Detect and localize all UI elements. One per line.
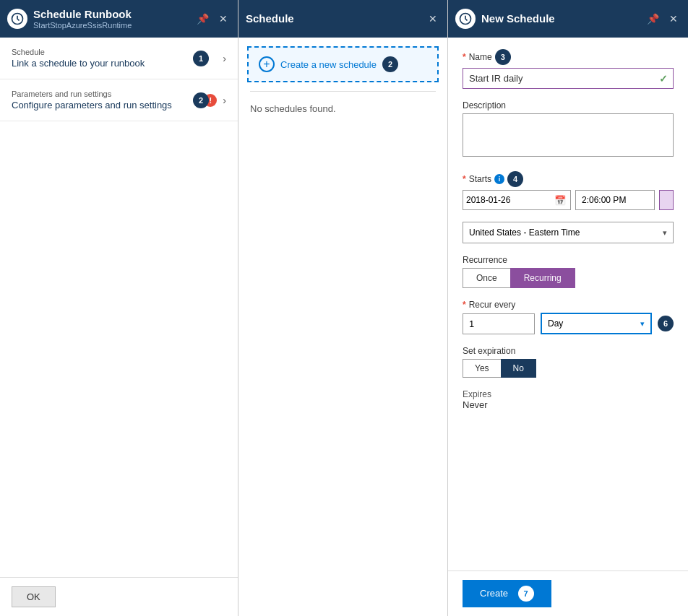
- right-header-actions: 📌 ✕: [644, 12, 681, 26]
- step-badge-4: 4: [507, 171, 523, 187]
- starts-required-star: *: [463, 174, 466, 184]
- timezone-select[interactable]: United States - Eastern Time United Stat…: [463, 222, 673, 243]
- time-picker-trigger[interactable]: [659, 190, 674, 210]
- nav-item-schedule-label: Link a schedule to your runbook: [12, 58, 223, 69]
- nav-item-parameters-label: Configure parameters and run settings: [12, 100, 204, 110]
- starts-label: * Starts i 4: [463, 171, 674, 187]
- step-badge-2: 2: [193, 92, 209, 108]
- nav-item-parameters[interactable]: Parameters and run settings Configure pa…: [0, 79, 238, 121]
- starts-info-icon: i: [494, 174, 504, 184]
- date-input-wrap: 📅: [463, 190, 571, 210]
- timezone-dropdown-wrap: United States - Eastern Time United Stat…: [463, 222, 674, 243]
- once-button[interactable]: Once: [463, 268, 510, 288]
- recur-every-row: Day Week Month Hour ▾ 6: [463, 313, 674, 334]
- recur-every-label-text: Recur every: [469, 300, 516, 310]
- chevron-right-icon-1: ›: [223, 53, 226, 64]
- nav-item-schedule-category: Schedule: [12, 48, 223, 56]
- recur-every-label: * Recur every: [463, 300, 674, 310]
- description-label-text: Description: [463, 100, 506, 110]
- create-new-schedule-button[interactable]: + Create a new schedule 2: [247, 46, 439, 82]
- recurrence-toggle-group: Once Recurring: [463, 268, 674, 288]
- recur-unit-select[interactable]: Day Week Month Hour: [542, 314, 650, 333]
- left-panel-subtitle: StartStopAzureSsisRuntime: [33, 21, 132, 30]
- right-close-button[interactable]: ✕: [666, 12, 681, 26]
- date-input[interactable]: [463, 191, 550, 209]
- set-expiration-toggle-group: Yes No: [463, 359, 674, 378]
- name-input[interactable]: [463, 68, 674, 89]
- recur-required-star: *: [463, 300, 466, 310]
- expires-value: Never: [463, 399, 674, 410]
- left-panel-title-text: Schedule Runbook StartStopAzureSsisRunti…: [33, 8, 132, 30]
- right-panel-title-text: New Schedule: [481, 12, 555, 25]
- left-header-actions: 📌 ✕: [194, 12, 231, 26]
- plus-icon: +: [259, 56, 275, 72]
- description-label: Description: [463, 100, 674, 110]
- expires-label: Expires: [463, 389, 674, 399]
- starts-label-text: Starts: [469, 174, 491, 184]
- left-panel: Schedule Runbook StartStopAzureSsisRunti…: [0, 0, 238, 616]
- description-textarea[interactable]: [463, 113, 674, 157]
- set-expiration-label-text: Set expiration: [463, 346, 515, 356]
- runbook-icon: [7, 9, 27, 29]
- step-badge-3: 3: [495, 49, 511, 65]
- set-expiration-group: Set expiration Yes No: [463, 346, 674, 378]
- description-group: Description: [463, 100, 674, 160]
- left-panel-header: Schedule Runbook StartStopAzureSsisRunti…: [0, 0, 238, 38]
- nav-item-schedule-content: Schedule Link a schedule to your runbook: [12, 48, 223, 69]
- name-required-star: *: [463, 52, 466, 62]
- step-badge-7: 7: [518, 586, 534, 602]
- recurrence-group: Recurrence Once Recurring: [463, 255, 674, 288]
- check-icon: ✓: [659, 73, 668, 84]
- calendar-button[interactable]: 📅: [550, 192, 570, 209]
- name-label: * Name 3: [463, 49, 674, 65]
- chevron-right-icon-2: ›: [223, 95, 226, 106]
- right-panel-title: New Schedule: [481, 12, 555, 25]
- left-panel-footer: OK: [0, 577, 238, 616]
- recur-every-group: * Recur every Day Week Month Hour ▾ 6: [463, 300, 674, 334]
- middle-close-button[interactable]: ✕: [426, 12, 440, 26]
- time-input[interactable]: [575, 190, 655, 210]
- right-panel-header: New Schedule 📌 ✕: [448, 0, 688, 38]
- middle-panel: Schedule ✕ + Create a new schedule 2 No …: [238, 0, 448, 616]
- right-panel: New Schedule 📌 ✕ * Name 3 ✓ Description: [448, 0, 688, 616]
- starts-row: 📅: [463, 190, 674, 210]
- middle-panel-title: Schedule: [246, 12, 294, 25]
- step-badge-1: 1: [193, 51, 209, 66]
- recurrence-label: Recurrence: [463, 255, 674, 265]
- name-label-text: Name: [469, 52, 492, 62]
- nav-item-schedule[interactable]: Schedule Link a schedule to your runbook…: [0, 38, 238, 79]
- recurrence-label-text: Recurrence: [463, 255, 507, 265]
- right-panel-footer: Create 7: [448, 571, 688, 616]
- create-button[interactable]: Create 7: [463, 580, 551, 607]
- new-schedule-form: * Name 3 ✓ Description * Starts i 4: [448, 38, 688, 571]
- starts-group: * Starts i 4 📅: [463, 171, 674, 210]
- ok-button[interactable]: OK: [12, 586, 56, 607]
- middle-header-title-group: Schedule: [246, 12, 294, 25]
- expiration-yes-button[interactable]: Yes: [463, 359, 501, 378]
- name-group: * Name 3 ✓: [463, 49, 674, 89]
- recur-every-input[interactable]: [463, 313, 535, 334]
- no-schedules-text: No schedules found.: [238, 92, 447, 126]
- middle-panel-title-text: Schedule: [246, 12, 294, 25]
- recur-unit-wrap: Day Week Month Hour ▾: [541, 313, 652, 334]
- left-pin-button[interactable]: 📌: [194, 12, 212, 26]
- name-input-wrap: ✓: [463, 68, 674, 89]
- create-button-label: Create: [480, 588, 508, 599]
- new-schedule-icon: [455, 9, 476, 29]
- expiration-no-button[interactable]: No: [501, 359, 536, 378]
- timezone-group: United States - Eastern Time United Stat…: [463, 222, 674, 243]
- step-badge-middle-2: 2: [382, 56, 398, 72]
- expires-group: Expires Never: [463, 389, 674, 410]
- middle-panel-header: Schedule ✕: [238, 0, 447, 38]
- nav-item-parameters-category: Parameters and run settings: [12, 90, 204, 98]
- middle-header-actions: ✕: [426, 12, 440, 26]
- create-schedule-label: Create a new schedule: [280, 59, 377, 70]
- left-header-title-group: Schedule Runbook StartStopAzureSsisRunti…: [7, 8, 132, 30]
- left-close-button[interactable]: ✕: [216, 12, 231, 26]
- left-panel-title: Schedule Runbook: [33, 8, 132, 21]
- right-header-title-group: New Schedule: [455, 9, 555, 29]
- set-expiration-label: Set expiration: [463, 346, 674, 356]
- nav-item-parameters-content: Parameters and run settings Configure pa…: [12, 90, 204, 110]
- recurring-button[interactable]: Recurring: [510, 268, 575, 288]
- right-pin-button[interactable]: 📌: [644, 12, 662, 26]
